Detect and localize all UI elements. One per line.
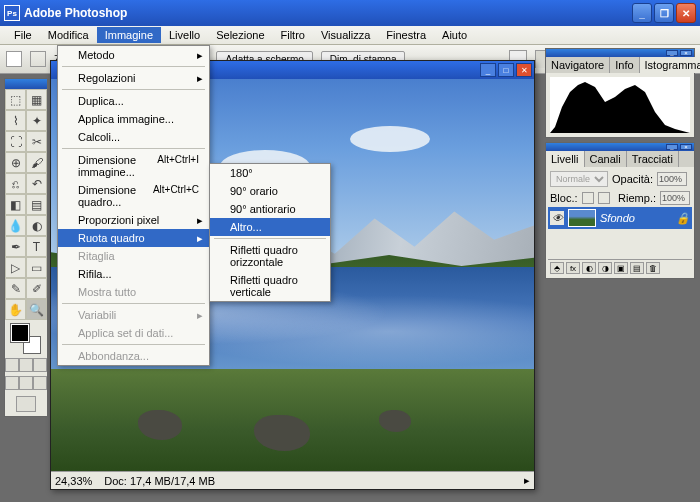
foreground-color-swatch[interactable]	[11, 324, 29, 342]
menu-livello[interactable]: Livello	[161, 27, 208, 43]
hand-tool[interactable]: ✋	[5, 299, 26, 320]
mode-c-icon[interactable]	[33, 376, 47, 390]
menu-filtro[interactable]: Filtro	[273, 27, 313, 43]
submenu-item-rifletti-quadro-orizzontale[interactable]: Rifletti quadro orizzontale	[210, 241, 330, 271]
history-brush-tool[interactable]: ↶	[26, 173, 47, 194]
quickmask-icon[interactable]	[5, 358, 19, 372]
blur-tool[interactable]: 💧	[5, 215, 26, 236]
submenu-item-180-[interactable]: 180°	[210, 164, 330, 182]
visibility-icon[interactable]: 👁	[550, 211, 564, 225]
shape-tool[interactable]: ▭	[26, 257, 47, 278]
menu-selezione[interactable]: Selezione	[208, 27, 272, 43]
new-layer-icon[interactable]: ▤	[630, 262, 644, 274]
eraser-tool[interactable]: ◧	[5, 194, 26, 215]
opacity-input[interactable]	[657, 172, 687, 186]
delete-layer-icon[interactable]: 🗑	[646, 262, 660, 274]
menu-modifica[interactable]: Modifica	[40, 27, 97, 43]
doc-maximize-button[interactable]: □	[498, 63, 514, 77]
menu-item-calcoli-[interactable]: Calcoli...	[58, 128, 209, 146]
palette-min-button[interactable]: _	[666, 50, 678, 56]
zoom-tool[interactable]: 🔍	[26, 299, 47, 320]
immagine-dropdown: MetodoRegolazioniDuplica...Applica immag…	[57, 45, 210, 366]
menu-file[interactable]: File	[6, 27, 40, 43]
minimize-button[interactable]: _	[632, 3, 652, 23]
lock-pixels-icon[interactable]	[582, 192, 594, 204]
heal-tool[interactable]: ⊕	[5, 152, 26, 173]
screenmode-icon[interactable]	[19, 358, 33, 372]
menu-item-proporzioni-pixel[interactable]: Proporzioni pixel	[58, 211, 209, 229]
pen-tool[interactable]: ▷	[5, 257, 26, 278]
app-titlebar: Ps Adobe Photoshop _ ❐ ✕	[0, 0, 700, 26]
document-statusbar: 24,33% Doc: 17,4 MB/17,4 MB ▸	[51, 471, 534, 489]
maximize-button[interactable]: ❐	[654, 3, 674, 23]
fill-input[interactable]	[660, 191, 690, 205]
type-tool[interactable]: T	[26, 236, 47, 257]
layer-style-icon[interactable]: fx	[566, 262, 580, 274]
layer-group-icon[interactable]: ▣	[614, 262, 628, 274]
eyedropper-tool[interactable]: ✐	[26, 278, 47, 299]
menu-item-ruota-quadro[interactable]: Ruota quadro	[58, 229, 209, 247]
tab-info[interactable]: Info	[610, 57, 639, 73]
mode-a-icon[interactable]	[5, 376, 19, 390]
toolbox: ⬚ ▦ ⌇ ✦ ⛶ ✂ ⊕ 🖌 ⎌ ↶ ◧ ▤ 💧 ◐ ✒ T ▷ ▭ ✎ ✐ …	[4, 78, 48, 417]
submenu-item-90-orario[interactable]: 90° orario	[210, 182, 330, 200]
close-button[interactable]: ✕	[676, 3, 696, 23]
options-icon[interactable]	[30, 51, 46, 67]
layers-min-button[interactable]: _	[666, 144, 678, 150]
slice-tool[interactable]: ✂	[26, 131, 47, 152]
submenu-item-altro-[interactable]: Altro...	[210, 218, 330, 236]
crop-tool[interactable]: ⛶	[5, 131, 26, 152]
notes-tool[interactable]: ✎	[5, 278, 26, 299]
submenu-item-rifletti-quadro-verticale[interactable]: Rifletti quadro verticale	[210, 271, 330, 301]
menu-immagine[interactable]: Immagine	[97, 27, 161, 43]
menu-item-dimensione-quadro-[interactable]: Dimensione quadro...Alt+Ctrl+C	[58, 181, 209, 211]
menu-item-ritaglia: Ritaglia	[58, 247, 209, 265]
lock-icon: 🔒	[676, 212, 690, 225]
menu-item-dimensione-immagine-[interactable]: Dimensione immagine...Alt+Ctrl+I	[58, 151, 209, 181]
lock-position-icon[interactable]	[598, 192, 610, 204]
layers-close-button[interactable]: ×	[680, 144, 692, 150]
mode-b-icon[interactable]	[19, 376, 33, 390]
menu-item-regolazioni[interactable]: Regolazioni	[58, 69, 209, 87]
menu-finestra[interactable]: Finestra	[378, 27, 434, 43]
menu-item-metodo[interactable]: Metodo	[58, 46, 209, 64]
menu-item-rifila-[interactable]: Rifila...	[58, 265, 209, 283]
menu-item-abbondanza-: Abbondanza...	[58, 347, 209, 365]
screenmode2-icon[interactable]	[33, 358, 47, 372]
brush-tool[interactable]: 🖌	[26, 152, 47, 173]
layer-item[interactable]: 👁 Sfondo 🔒	[548, 207, 692, 229]
tab-navigatore[interactable]: Navigatore	[546, 57, 610, 73]
lasso-tool[interactable]: ⌇	[5, 110, 26, 131]
tab-tracciati[interactable]: Tracciati	[627, 151, 679, 167]
tool-preset-icon[interactable]	[6, 51, 22, 67]
app-title: Adobe Photoshop	[24, 6, 632, 20]
tab-livelli[interactable]: Livelli	[546, 151, 585, 167]
doc-close-button[interactable]: ✕	[516, 63, 532, 77]
histogram-display	[550, 77, 690, 133]
menu-aiuto[interactable]: Aiuto	[434, 27, 475, 43]
menu-item-applica-immagine-[interactable]: Applica immagine...	[58, 110, 209, 128]
menu-item-duplica-[interactable]: Duplica...	[58, 92, 209, 110]
menu-visualizza[interactable]: Visualizza	[313, 27, 378, 43]
adjustment-layer-icon[interactable]: ◑	[598, 262, 612, 274]
menubar: File Modifica Immagine Livello Selezione…	[0, 26, 700, 45]
wand-tool[interactable]: ✦	[26, 110, 47, 131]
marquee-tool[interactable]: ▦	[26, 89, 47, 110]
move-tool[interactable]: ⬚	[5, 89, 26, 110]
dodge-tool[interactable]: ◐	[26, 215, 47, 236]
tab-istogramma[interactable]: Istogramma	[640, 57, 700, 73]
layer-mask-icon[interactable]: ◐	[582, 262, 596, 274]
blend-mode-select[interactable]: Normale	[550, 171, 608, 187]
path-tool[interactable]: ✒	[5, 236, 26, 257]
gradient-tool[interactable]: ▤	[26, 194, 47, 215]
submenu-item-90-antiorario[interactable]: 90° antiorario	[210, 200, 330, 218]
doc-size: Doc: 17,4 MB/17,4 MB	[104, 475, 215, 487]
tab-canali[interactable]: Canali	[585, 151, 627, 167]
doc-minimize-button[interactable]: _	[480, 63, 496, 77]
palette-close-button[interactable]: ×	[680, 50, 692, 56]
toolbox-header[interactable]	[5, 79, 47, 89]
stamp-tool[interactable]: ⎌	[5, 173, 26, 194]
color-swatches[interactable]	[11, 324, 41, 354]
imageready-icon[interactable]	[16, 396, 36, 412]
link-layer-icon[interactable]: ⬘	[550, 262, 564, 274]
